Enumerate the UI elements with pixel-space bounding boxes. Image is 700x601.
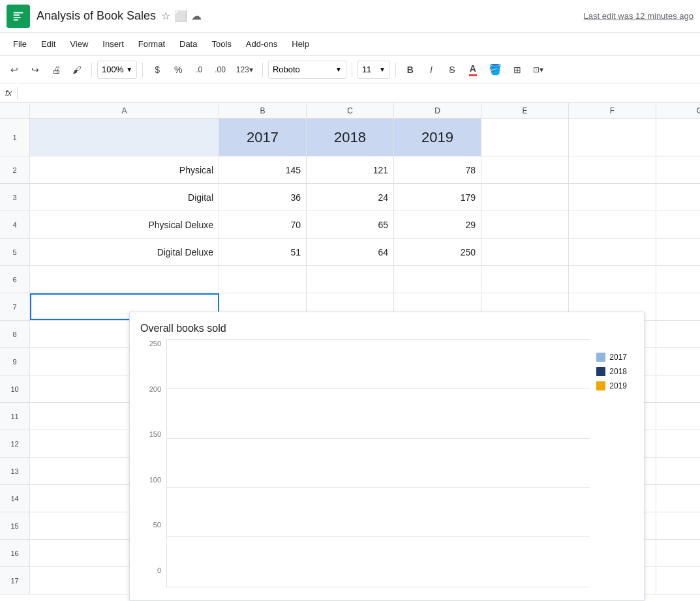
undo-button[interactable]: ↩ [5,61,23,79]
cell-g3[interactable] [656,184,700,211]
formula-bar: fx [0,83,700,103]
row-num-3: 3 [0,184,30,211]
cell-e3[interactable] [481,184,569,211]
app-icon [7,5,30,28]
row-num-1: 1 [0,119,30,156]
currency-button[interactable]: $ [148,61,166,79]
bold-button[interactable]: B [401,61,419,79]
fx-divider [17,87,18,99]
toolbar-separator-5 [395,63,396,77]
cell-g6[interactable] [656,266,700,293]
cell-f3[interactable] [569,184,656,211]
cell-b1[interactable]: 2017 [219,119,307,156]
col-header-c[interactable]: C [307,103,394,118]
legend-item-2019: 2019 [596,381,627,390]
cell-f4[interactable] [569,211,656,238]
menu-view[interactable]: View [63,37,95,51]
cell-b2[interactable]: 145 [219,156,307,183]
cell-d6[interactable] [394,266,481,293]
cell-c2[interactable]: 121 [307,156,394,183]
font-name: Roboto [273,65,300,74]
fill-color-button[interactable]: 🪣 [485,61,506,79]
cell-f6[interactable] [569,266,656,293]
decimal-increase-button[interactable]: .00 [211,61,230,79]
cell-c1[interactable]: 2018 [307,119,394,156]
paint-format-button[interactable]: 🖌 [68,61,86,79]
cell-f5[interactable] [569,239,656,265]
cell-a5[interactable]: Digital Deluxe [30,239,219,265]
title-icons: ☆ ⬜ ☁ [161,10,202,22]
menu-bar: File Edit View Insert Format Data Tools … [0,33,700,56]
merge-button[interactable]: ⊡▾ [529,61,547,79]
cell-b3[interactable]: 36 [219,184,307,211]
cell-b5[interactable]: 51 [219,239,307,265]
cell-a2[interactable]: Physical [30,156,219,183]
cell-b4[interactable]: 70 [219,211,307,238]
chart-container[interactable]: Overall books sold 250 200 150 100 50 0 [129,312,645,601]
cell-c3[interactable]: 24 [307,184,394,211]
cell-d3[interactable]: 179 [394,184,481,211]
percent-button[interactable]: % [169,61,187,79]
col-header-d[interactable]: D [394,103,481,118]
font-selector[interactable]: Roboto ▼ [268,61,346,79]
zoom-selector[interactable]: 100% ▼ [97,61,137,79]
cell-d1[interactable]: 2019 [394,119,481,156]
cell-a6[interactable] [30,266,219,293]
borders-button[interactable]: ⊞ [508,61,526,79]
cell-f2[interactable] [569,156,656,183]
redo-button[interactable]: ↪ [26,61,44,79]
print-button[interactable]: 🖨 [47,61,65,79]
cell-d2[interactable]: 78 [394,156,481,183]
cell-f1[interactable] [569,119,656,156]
cell-b6[interactable] [219,266,307,293]
cell-e4[interactable] [481,211,569,238]
menu-help[interactable]: Help [285,37,316,51]
star-icon[interactable]: ☆ [161,10,170,22]
cell-c4[interactable]: 65 [307,211,394,238]
menu-edit[interactable]: Edit [35,37,62,51]
menu-data[interactable]: Data [173,37,204,51]
cell-d4[interactable]: 29 [394,211,481,238]
cell-c5[interactable]: 64 [307,239,394,265]
font-size-value: 11 [362,65,371,74]
cell-a1[interactable] [30,119,219,156]
cloud-icon[interactable]: ☁ [191,10,202,22]
cell-e6[interactable] [481,266,569,293]
cell-g4[interactable] [656,211,700,238]
cell-c6[interactable] [307,266,394,293]
chart-area: 250 200 150 100 50 0 2017 [140,340,633,587]
cell-g1[interactable] [656,119,700,156]
cell-a4[interactable]: Physical Deluxe [30,211,219,238]
menu-file[interactable]: File [7,37,33,51]
cell-e2[interactable] [481,156,569,183]
legend-box-2018 [596,367,605,376]
col-header-e[interactable]: E [481,103,569,118]
menu-insert[interactable]: Insert [96,37,130,51]
cell-d5[interactable]: 250 [394,239,481,265]
font-color-button[interactable]: A [464,61,482,79]
cell-e5[interactable] [481,239,569,265]
italic-button[interactable]: I [422,61,440,79]
font-size-selector[interactable]: 11 ▼ [358,61,390,79]
format-type-button[interactable]: 123▾ [232,61,257,79]
folder-icon[interactable]: ⬜ [174,10,187,22]
svg-rect-3 [14,16,21,18]
cell-g2[interactable] [656,156,700,183]
menu-tools[interactable]: Tools [205,37,237,51]
menu-format[interactable]: Format [132,37,172,51]
col-header-a[interactable]: A [30,103,219,118]
cell-g7[interactable] [656,293,700,320]
strikethrough-button[interactable]: S [443,61,461,79]
col-header-b[interactable]: B [219,103,307,118]
cell-g5[interactable] [656,239,700,265]
table-row: 4 Physical Deluxe 70 65 29 [0,211,700,239]
cell-e1[interactable] [481,119,569,156]
col-header-f[interactable]: F [569,103,656,118]
row-num-4: 4 [0,211,30,238]
decimal-decrease-button[interactable]: .0 [190,61,208,79]
chart-title: Overall books sold [140,323,633,334]
menu-addons[interactable]: Add-ons [239,37,284,51]
col-header-g[interactable]: G [656,103,700,118]
cell-a3[interactable]: Digital [30,184,219,211]
legend-item-2017: 2017 [596,353,627,362]
